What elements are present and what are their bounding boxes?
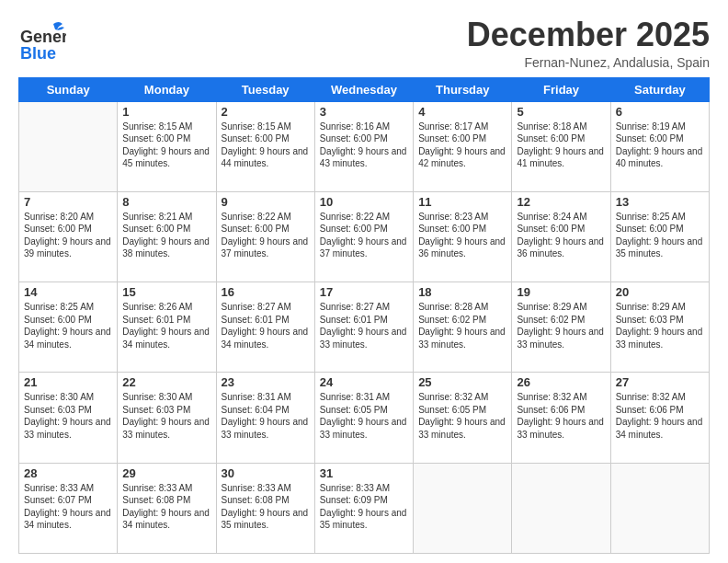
calendar-cell: 9 Sunrise: 8:22 AMSunset: 6:00 PMDayligh… bbox=[216, 191, 314, 282]
header-thursday: Thursday bbox=[414, 77, 512, 101]
cell-info: Sunrise: 8:23 AMSunset: 6:00 PMDaylight:… bbox=[418, 212, 506, 259]
calendar-cell: 26 Sunrise: 8:32 AMSunset: 6:06 PMDaylig… bbox=[512, 373, 610, 463]
day-number: 15 bbox=[122, 285, 210, 299]
calendar-cell bbox=[610, 463, 709, 553]
cell-info: Sunrise: 8:28 AMSunset: 6:02 PMDaylight:… bbox=[418, 302, 506, 350]
calendar-cell: 17 Sunrise: 8:27 AMSunset: 6:01 PMDaylig… bbox=[314, 282, 413, 373]
day-number: 18 bbox=[418, 285, 506, 299]
day-number: 5 bbox=[517, 105, 605, 119]
header-friday: Friday bbox=[512, 77, 610, 101]
calendar-cell: 7 Sunrise: 8:20 AMSunset: 6:00 PMDayligh… bbox=[19, 191, 118, 282]
cell-info: Sunrise: 8:22 AMSunset: 6:00 PMDaylight:… bbox=[320, 212, 407, 259]
cell-info: Sunrise: 8:32 AMSunset: 6:06 PMDaylight:… bbox=[517, 392, 604, 440]
cell-info: Sunrise: 8:17 AMSunset: 6:00 PMDaylight:… bbox=[418, 121, 506, 169]
weekday-header-row: Sunday Monday Tuesday Wednesday Thursday… bbox=[19, 77, 710, 101]
cell-info: Sunrise: 8:29 AMSunset: 6:02 PMDaylight:… bbox=[517, 302, 604, 350]
day-number: 21 bbox=[24, 375, 112, 389]
cell-info: Sunrise: 8:32 AMSunset: 6:05 PMDaylight:… bbox=[418, 392, 506, 440]
calendar-cell: 31 Sunrise: 8:33 AMSunset: 6:09 PMDaylig… bbox=[314, 463, 413, 553]
calendar-cell: 28 Sunrise: 8:33 AMSunset: 6:07 PMDaylig… bbox=[19, 463, 118, 553]
header-saturday: Saturday bbox=[610, 77, 709, 101]
logo-icon: General Blue bbox=[18, 17, 66, 64]
header-monday: Monday bbox=[118, 77, 216, 101]
cell-info: Sunrise: 8:29 AMSunset: 6:03 PMDaylight:… bbox=[616, 302, 703, 350]
cell-info: Sunrise: 8:33 AMSunset: 6:08 PMDaylight:… bbox=[222, 483, 309, 531]
cell-info: Sunrise: 8:31 AMSunset: 6:04 PMDaylight:… bbox=[222, 392, 309, 440]
calendar-cell: 2 Sunrise: 8:15 AMSunset: 6:00 PMDayligh… bbox=[216, 101, 314, 191]
calendar-cell: 12 Sunrise: 8:24 AMSunset: 6:00 PMDaylig… bbox=[512, 191, 610, 282]
cell-info: Sunrise: 8:16 AMSunset: 6:00 PMDaylight:… bbox=[320, 121, 407, 169]
calendar-cell: 14 Sunrise: 8:25 AMSunset: 6:00 PMDaylig… bbox=[19, 282, 118, 373]
day-number: 28 bbox=[24, 466, 112, 480]
day-number: 14 bbox=[24, 285, 112, 299]
calendar-cell: 4 Sunrise: 8:17 AMSunset: 6:00 PMDayligh… bbox=[414, 101, 512, 191]
day-number: 16 bbox=[222, 285, 310, 299]
day-number: 19 bbox=[517, 285, 605, 299]
day-number: 20 bbox=[616, 285, 704, 299]
page: General Blue December 2025 Fernan-Nunez,… bbox=[0, 0, 728, 563]
cell-info: Sunrise: 8:15 AMSunset: 6:00 PMDaylight:… bbox=[222, 121, 309, 169]
cell-info: Sunrise: 8:24 AMSunset: 6:00 PMDaylight:… bbox=[517, 212, 604, 259]
cell-info: Sunrise: 8:25 AMSunset: 6:00 PMDaylight:… bbox=[616, 212, 703, 259]
cell-info: Sunrise: 8:33 AMSunset: 6:09 PMDaylight:… bbox=[320, 483, 407, 531]
calendar-cell bbox=[414, 463, 512, 553]
calendar-table: Sunday Monday Tuesday Wednesday Thursday… bbox=[18, 77, 710, 554]
day-number: 11 bbox=[418, 195, 506, 209]
header-sunday: Sunday bbox=[19, 77, 118, 101]
day-number: 12 bbox=[517, 195, 605, 209]
header: General Blue December 2025 Fernan-Nunez,… bbox=[18, 17, 710, 70]
cell-info: Sunrise: 8:25 AMSunset: 6:00 PMDaylight:… bbox=[24, 302, 111, 350]
day-number: 4 bbox=[418, 105, 506, 119]
calendar-cell: 10 Sunrise: 8:22 AMSunset: 6:00 PMDaylig… bbox=[314, 191, 413, 282]
cell-info: Sunrise: 8:27 AMSunset: 6:01 PMDaylight:… bbox=[222, 302, 309, 350]
cell-info: Sunrise: 8:32 AMSunset: 6:06 PMDaylight:… bbox=[616, 392, 703, 440]
day-number: 30 bbox=[222, 466, 310, 480]
calendar-cell bbox=[19, 101, 118, 191]
calendar-cell: 8 Sunrise: 8:21 AMSunset: 6:00 PMDayligh… bbox=[118, 191, 216, 282]
cell-info: Sunrise: 8:33 AMSunset: 6:07 PMDaylight:… bbox=[24, 483, 111, 531]
day-number: 29 bbox=[122, 466, 210, 480]
calendar-cell: 29 Sunrise: 8:33 AMSunset: 6:08 PMDaylig… bbox=[118, 463, 216, 553]
day-number: 22 bbox=[122, 375, 210, 389]
week-row-3: 21 Sunrise: 8:30 AMSunset: 6:03 PMDaylig… bbox=[19, 373, 710, 463]
day-number: 26 bbox=[517, 375, 605, 389]
day-number: 1 bbox=[122, 105, 210, 119]
week-row-4: 28 Sunrise: 8:33 AMSunset: 6:07 PMDaylig… bbox=[19, 463, 710, 553]
cell-info: Sunrise: 8:33 AMSunset: 6:08 PMDaylight:… bbox=[122, 483, 210, 531]
day-number: 25 bbox=[418, 375, 506, 389]
day-number: 17 bbox=[320, 285, 408, 299]
calendar-cell: 23 Sunrise: 8:31 AMSunset: 6:04 PMDaylig… bbox=[216, 373, 314, 463]
cell-info: Sunrise: 8:31 AMSunset: 6:05 PMDaylight:… bbox=[320, 392, 407, 440]
day-number: 13 bbox=[616, 195, 704, 209]
svg-text:General: General bbox=[20, 28, 66, 46]
calendar-cell: 27 Sunrise: 8:32 AMSunset: 6:06 PMDaylig… bbox=[610, 373, 709, 463]
cell-info: Sunrise: 8:21 AMSunset: 6:00 PMDaylight:… bbox=[122, 212, 210, 259]
calendar-cell: 24 Sunrise: 8:31 AMSunset: 6:05 PMDaylig… bbox=[314, 373, 413, 463]
header-tuesday: Tuesday bbox=[216, 77, 314, 101]
calendar-cell: 6 Sunrise: 8:19 AMSunset: 6:00 PMDayligh… bbox=[610, 101, 709, 191]
day-number: 6 bbox=[616, 105, 704, 119]
cell-info: Sunrise: 8:27 AMSunset: 6:01 PMDaylight:… bbox=[320, 302, 407, 350]
calendar-cell: 19 Sunrise: 8:29 AMSunset: 6:02 PMDaylig… bbox=[512, 282, 610, 373]
week-row-2: 14 Sunrise: 8:25 AMSunset: 6:00 PMDaylig… bbox=[19, 282, 710, 373]
calendar-cell: 22 Sunrise: 8:30 AMSunset: 6:03 PMDaylig… bbox=[118, 373, 216, 463]
week-row-0: 1 Sunrise: 8:15 AMSunset: 6:00 PMDayligh… bbox=[19, 101, 710, 191]
cell-info: Sunrise: 8:18 AMSunset: 6:00 PMDaylight:… bbox=[517, 121, 604, 169]
cell-info: Sunrise: 8:22 AMSunset: 6:00 PMDaylight:… bbox=[222, 212, 309, 259]
day-number: 27 bbox=[616, 375, 704, 389]
day-number: 2 bbox=[222, 105, 310, 119]
cell-info: Sunrise: 8:20 AMSunset: 6:00 PMDaylight:… bbox=[24, 212, 111, 259]
day-number: 23 bbox=[222, 375, 310, 389]
day-number: 10 bbox=[320, 195, 408, 209]
cell-info: Sunrise: 8:19 AMSunset: 6:00 PMDaylight:… bbox=[616, 121, 703, 169]
calendar-cell: 3 Sunrise: 8:16 AMSunset: 6:00 PMDayligh… bbox=[314, 101, 413, 191]
day-number: 3 bbox=[320, 105, 408, 119]
header-wednesday: Wednesday bbox=[314, 77, 413, 101]
subtitle: Fernan-Nunez, Andalusia, Spain bbox=[467, 55, 710, 70]
cell-info: Sunrise: 8:15 AMSunset: 6:00 PMDaylight:… bbox=[122, 121, 210, 169]
calendar-cell: 13 Sunrise: 8:25 AMSunset: 6:00 PMDaylig… bbox=[610, 191, 709, 282]
week-row-1: 7 Sunrise: 8:20 AMSunset: 6:00 PMDayligh… bbox=[19, 191, 710, 282]
month-title: December 2025 bbox=[467, 17, 710, 53]
calendar-cell: 1 Sunrise: 8:15 AMSunset: 6:00 PMDayligh… bbox=[118, 101, 216, 191]
calendar-cell bbox=[512, 463, 610, 553]
